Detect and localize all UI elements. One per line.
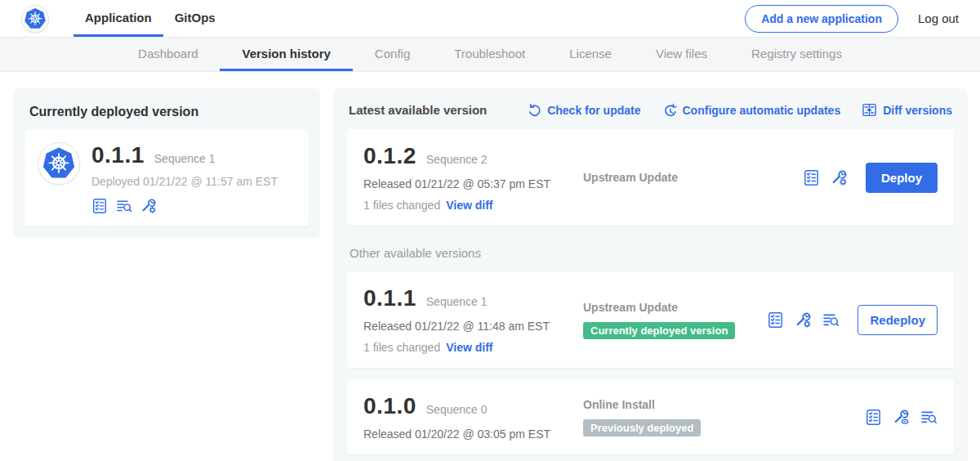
- deployed-sequence-label: Sequence 1: [154, 152, 216, 165]
- version-source-label: Upstream Update: [583, 171, 803, 184]
- deployed-timestamp: Deployed 01/21/22 @ 11:57 am EST: [91, 175, 278, 188]
- version-history-panel: Latest available version Check for updat…: [333, 88, 968, 461]
- subnav-tab-dashboard[interactable]: Dashboard: [116, 38, 220, 71]
- tab-gitops-label: GitOps: [175, 11, 216, 25]
- deployed-version-number: 0.1.1: [91, 142, 145, 168]
- kubernetes-logo: [21, 5, 49, 33]
- top-navbar: Application GitOps Add a new application…: [0, 0, 980, 37]
- tab-application[interactable]: Application: [74, 0, 163, 37]
- tab-application-label: Application: [85, 11, 152, 25]
- redeploy-button[interactable]: Redeploy: [858, 305, 938, 335]
- subnav-tab-license[interactable]: License: [547, 38, 634, 71]
- deployed-version-tile: 0.1.1 Sequence 1 Deployed 01/21/22 @ 11:…: [24, 130, 309, 226]
- subnav-tab-config[interactable]: Config: [353, 38, 432, 71]
- app-subnav: Dashboard Version history Config Trouble…: [0, 37, 980, 72]
- version-source-label: Online Install: [583, 398, 865, 411]
- release-notes-checklist-icon[interactable]: [91, 198, 108, 214]
- version-row-0-1-2: 0.1.2 Sequence 2 Released 01/21/22 @ 05:…: [347, 129, 954, 226]
- diff-versions-icon: [862, 102, 877, 118]
- check-for-update-label: Check for update: [547, 104, 640, 117]
- version-number: 0.1.2: [363, 143, 416, 169]
- check-for-update-link[interactable]: Check for update: [527, 103, 640, 118]
- released-timestamp: Released 01/21/22 @ 11:48 am EST: [363, 320, 568, 333]
- release-notes-checklist-icon[interactable]: [865, 409, 882, 426]
- deployed-version-info: 0.1.1 Sequence 1 Deployed 01/21/22 @ 11:…: [91, 142, 278, 214]
- diff-lines-icon[interactable]: [116, 198, 132, 214]
- released-timestamp: Released 01/21/22 @ 05:37 pm EST: [363, 177, 568, 190]
- previously-deployed-badge: Previously deployed: [583, 419, 701, 436]
- configure-automatic-updates-link[interactable]: Configure automatic updates: [662, 103, 841, 118]
- files-changed-label: 1 files changed: [363, 199, 440, 212]
- diff-lines-icon[interactable]: [822, 311, 840, 329]
- subnav-tab-version-history[interactable]: Version history: [220, 38, 352, 71]
- deploy-button[interactable]: Deploy: [866, 163, 938, 193]
- currently-deployed-title: Currently deployed version: [29, 105, 304, 119]
- subnav-tab-troubleshoot[interactable]: Troubleshoot: [432, 38, 547, 71]
- version-source-label: Upstream Update: [583, 301, 767, 314]
- sequence-label: Sequence 0: [426, 403, 488, 416]
- tab-gitops[interactable]: GitOps: [163, 0, 227, 37]
- main-content: Currently deployed version 0.1.1 Sequenc…: [0, 72, 980, 461]
- topnav-right: Add a new application Log out: [745, 0, 980, 37]
- files-changed-label: 1 files changed: [363, 341, 440, 354]
- add-new-application-button[interactable]: Add a new application: [745, 5, 898, 33]
- release-notes-checklist-icon[interactable]: [803, 169, 820, 186]
- view-diff-link[interactable]: View diff: [446, 199, 492, 212]
- view-diff-link[interactable]: View diff: [446, 341, 492, 354]
- wrench-gear-icon[interactable]: [795, 311, 812, 329]
- app-logo: [38, 142, 80, 185]
- configure-automatic-updates-label: Configure automatic updates: [683, 104, 841, 117]
- version-row-0-1-0: 0.1.0 Sequence 0 Released 01/20/22 @ 03:…: [347, 379, 954, 454]
- release-notes-checklist-icon[interactable]: [767, 311, 784, 329]
- sequence-label: Sequence 2: [426, 153, 488, 166]
- version-number: 0.1.0: [363, 393, 416, 419]
- subnav-tab-view-files[interactable]: View files: [634, 38, 729, 71]
- diff-lines-icon[interactable]: [920, 409, 938, 426]
- diff-versions-label: Diff versions: [883, 104, 952, 117]
- currently-deployed-badge: Currently deployed version: [583, 322, 735, 339]
- clock-refresh-icon: [662, 103, 677, 118]
- version-row-0-1-1: 0.1.1 Sequence 1 Released 01/21/22 @ 11:…: [347, 271, 954, 368]
- version-number: 0.1.1: [363, 285, 416, 311]
- subnav-tab-registry-settings[interactable]: Registry settings: [729, 38, 864, 71]
- latest-available-title: Latest available version: [349, 103, 487, 117]
- refresh-icon: [527, 103, 541, 118]
- wrench-gear-icon[interactable]: [140, 198, 157, 214]
- released-timestamp: Released 01/20/22 @ 03:05 pm EST: [363, 427, 568, 441]
- wrench-gear-icon[interactable]: [831, 169, 848, 186]
- other-versions-label: Other available versions: [350, 246, 951, 260]
- diff-versions-link[interactable]: Diff versions: [862, 102, 952, 118]
- logout-button[interactable]: Log out: [918, 11, 959, 25]
- sequence-label: Sequence 1: [426, 295, 488, 308]
- wrench-eye-icon[interactable]: [893, 409, 910, 426]
- currently-deployed-card: Currently deployed version 0.1.1 Sequenc…: [13, 88, 320, 238]
